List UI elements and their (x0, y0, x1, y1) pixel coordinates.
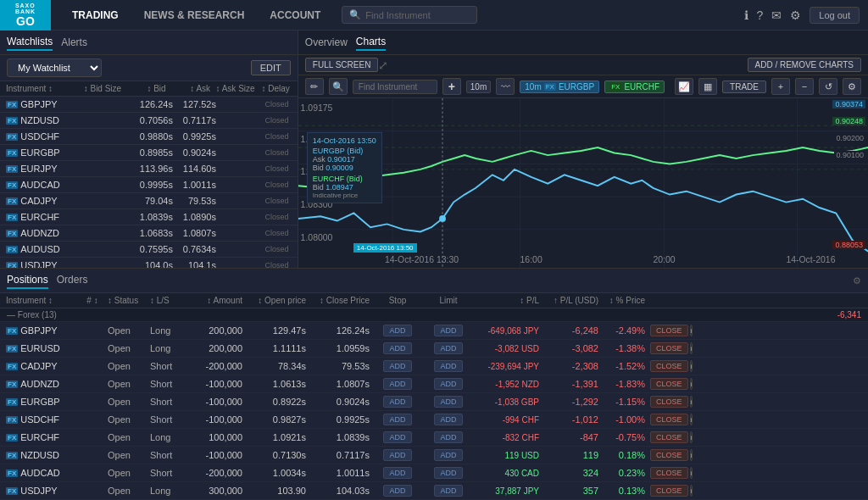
candle-icon[interactable]: ▦ (698, 78, 717, 95)
timeframe-select[interactable]: 10m (466, 81, 491, 93)
positions-settings-icon[interactable]: ⚙ (853, 275, 861, 286)
pos-stop-0[interactable]: ADD (372, 324, 423, 337)
wave-icon[interactable]: 〰 (496, 78, 515, 95)
close-position-btn-9[interactable]: CLOSE (650, 485, 688, 497)
close-position-btn-8[interactable]: CLOSE (650, 467, 688, 479)
mail-icon[interactable]: ✉ (771, 8, 782, 22)
logout-button[interactable]: Log out (810, 7, 860, 24)
pos-limit-6[interactable]: ADD (423, 431, 474, 444)
pos-stop-6[interactable]: ADD (372, 431, 423, 444)
eurgbp-tag[interactable]: 10m FX EURGBP (520, 81, 599, 93)
trade-button[interactable]: TRADE (722, 81, 766, 93)
chart-settings-icon[interactable]: ⚙ (843, 78, 861, 95)
plus-zoom-icon[interactable]: + (771, 78, 790, 95)
pos-limit-5[interactable]: ADD (423, 413, 474, 426)
add-limit-btn-0[interactable]: ADD (434, 325, 462, 336)
tab-positions[interactable]: Positions (7, 272, 48, 289)
watchlist-row[interactable]: FX CADJPY 79.04s 79.53s Closed (0, 193, 298, 209)
pos-info-icon-3[interactable]: i (690, 378, 693, 390)
watchlist-select[interactable]: My Watchlist (7, 58, 102, 77)
pos-limit-1[interactable]: ADD (423, 342, 474, 355)
pos-close-action-6[interactable]: CLOSE i (648, 431, 694, 444)
watchlist-row[interactable]: FX AUDCAD 0.9995s 1.0011s Closed (0, 177, 298, 193)
watchlist-row[interactable]: FX EURCHF 1.0839s 1.0890s Closed (0, 209, 298, 225)
add-remove-charts-button[interactable]: ADD / REMOVE CHARTS (748, 58, 862, 72)
add-limit-btn-9[interactable]: ADD (434, 485, 462, 497)
add-limit-btn-3[interactable]: ADD (434, 378, 462, 390)
close-position-btn-2[interactable]: CLOSE (650, 360, 688, 372)
watchlist-row[interactable]: FX USDJPY 104.0s 104.1s Closed (0, 258, 298, 268)
add-limit-btn-1[interactable]: ADD (434, 342, 462, 354)
pos-close-action-2[interactable]: CLOSE i (648, 359, 694, 373)
add-limit-btn-8[interactable]: ADD (434, 467, 462, 479)
pos-info-icon-6[interactable]: i (690, 431, 693, 443)
expand-icon[interactable]: ⤢ (378, 58, 388, 72)
pos-limit-3[interactable]: ADD (423, 377, 474, 391)
pos-info-icon-2[interactable]: i (690, 360, 693, 372)
pos-stop-3[interactable]: ADD (372, 377, 423, 391)
pos-info-icon-9[interactable]: i (690, 485, 693, 497)
close-position-btn-0[interactable]: CLOSE (650, 325, 688, 336)
close-position-btn-7[interactable]: CLOSE (650, 449, 688, 461)
line-chart-icon[interactable]: 📈 (675, 78, 693, 95)
add-limit-btn-2[interactable]: ADD (434, 360, 462, 372)
add-stop-btn-2[interactable]: ADD (383, 360, 411, 372)
nav-item-trading[interactable]: TRADING (68, 9, 123, 21)
tab-alerts[interactable]: Alerts (61, 35, 87, 50)
pos-limit-0[interactable]: ADD (423, 324, 474, 337)
top-search[interactable]: 🔍 Find Instrument (342, 6, 477, 24)
pos-limit-9[interactable]: ADD (423, 484, 474, 497)
pos-stop-2[interactable]: ADD (372, 359, 423, 373)
close-position-btn-6[interactable]: CLOSE (650, 431, 688, 443)
watchlist-row[interactable]: FX GBPJPY 126.24s 127.52s Closed (0, 97, 298, 113)
watchlist-row[interactable]: FX AUDNZD 1.0683s 1.0807s Closed (0, 225, 298, 242)
add-stop-btn-0[interactable]: ADD (383, 325, 411, 336)
add-stop-btn-5[interactable]: ADD (383, 414, 411, 425)
pos-limit-8[interactable]: ADD (423, 466, 474, 480)
pos-info-icon-0[interactable]: i (690, 325, 693, 336)
pos-info-icon-4[interactable]: i (690, 396, 693, 408)
pos-stop-8[interactable]: ADD (372, 466, 423, 480)
pos-close-action-5[interactable]: CLOSE i (648, 413, 694, 426)
pos-info-icon-1[interactable]: i (690, 342, 693, 354)
add-instrument-icon[interactable]: + (442, 78, 461, 95)
add-limit-btn-6[interactable]: ADD (434, 431, 462, 443)
add-stop-btn-6[interactable]: ADD (383, 431, 411, 443)
watchlist-row[interactable]: FX USDCHF 0.9880s 0.9925s Closed (0, 129, 298, 145)
chart-search-input[interactable] (353, 80, 437, 94)
watchlist-row[interactable]: FX NZDUSD 0.7056s 0.7117s Closed (0, 113, 298, 129)
pos-stop-9[interactable]: ADD (372, 484, 423, 497)
add-limit-btn-5[interactable]: ADD (434, 414, 462, 425)
tab-charts[interactable]: Charts (356, 34, 386, 51)
add-stop-btn-9[interactable]: ADD (383, 485, 411, 497)
refresh-icon[interactable]: ↺ (819, 78, 837, 95)
watchlist-row[interactable]: FX EURJPY 113.96s 114.60s Closed (0, 161, 298, 177)
add-limit-btn-4[interactable]: ADD (434, 396, 462, 408)
pos-limit-7[interactable]: ADD (423, 448, 474, 462)
close-position-btn-5[interactable]: CLOSE (650, 414, 688, 425)
close-position-btn-3[interactable]: CLOSE (650, 378, 688, 390)
pos-limit-4[interactable]: ADD (423, 395, 474, 408)
add-stop-btn-3[interactable]: ADD (383, 378, 411, 390)
add-stop-btn-7[interactable]: ADD (383, 449, 411, 461)
minus-zoom-icon[interactable]: − (795, 78, 814, 95)
pos-info-icon-8[interactable]: i (690, 467, 693, 479)
pos-close-action-1[interactable]: CLOSE i (648, 342, 694, 355)
pos-info-icon-7[interactable]: i (690, 449, 693, 461)
pos-close-action-3[interactable]: CLOSE i (648, 377, 694, 391)
tab-watchlists[interactable]: Watchlists (7, 34, 53, 51)
add-stop-btn-4[interactable]: ADD (383, 396, 411, 408)
close-position-btn-1[interactable]: CLOSE (650, 342, 688, 354)
tab-orders[interactable]: Orders (57, 272, 88, 289)
watchlist-row[interactable]: FX AUDUSD 0.7595s 0.7634s Closed (0, 242, 298, 258)
nav-item-account[interactable]: ACCOUNT (265, 9, 325, 21)
tab-overview[interactable]: Overview (305, 35, 348, 50)
add-stop-btn-1[interactable]: ADD (383, 342, 411, 354)
pos-stop-7[interactable]: ADD (372, 448, 423, 462)
close-position-btn-4[interactable]: CLOSE (650, 396, 688, 408)
watchlist-edit-button[interactable]: EDIT (251, 60, 291, 75)
nav-item-news[interactable]: NEWS & RESEARCH (140, 9, 249, 21)
info-icon[interactable]: ℹ (744, 8, 748, 22)
fullscreen-button[interactable]: FULL SCREEN (305, 58, 379, 72)
eurchf-tag[interactable]: FX EURCHF (604, 81, 665, 93)
